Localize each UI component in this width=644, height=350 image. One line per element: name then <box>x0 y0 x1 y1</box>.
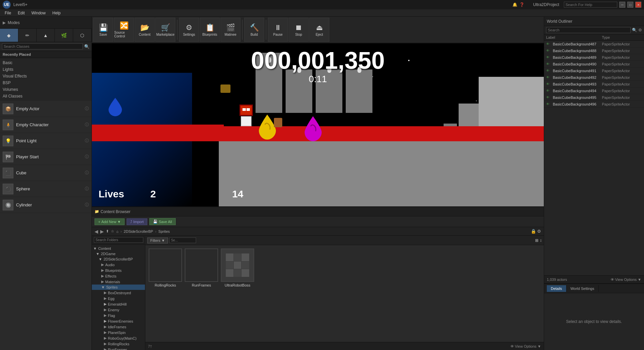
actor-cube[interactable]: ⬛ Cube ⓘ <box>0 165 92 181</box>
category-visual-effects[interactable]: Visual Effects <box>3 73 89 79</box>
folder-rollingrocks[interactable]: ▶RollingRocks <box>92 341 145 347</box>
folder-audio[interactable]: ▶Audio <box>92 262 145 268</box>
folder-search-input[interactable] <box>94 237 143 243</box>
filters-button[interactable]: Filters ▼ <box>147 237 168 243</box>
search-classes-input[interactable] <box>2 43 83 49</box>
actor-player-start[interactable]: 🏁 Player Start ⓘ <box>0 149 92 165</box>
actor-sphere[interactable]: ⚫ Sphere ⓘ <box>0 181 92 197</box>
item-type: PaperSpriteActor <box>602 96 642 100</box>
category-basic[interactable]: Basic <box>3 59 89 66</box>
eject-button[interactable]: ⏏ Eject <box>309 18 329 42</box>
outliner-item[interactable]: 👁 BasicCubeBackground496 PaperSpriteActo… <box>544 101 644 108</box>
menu-help[interactable]: Help <box>49 10 64 16</box>
mode-paint[interactable]: ✏ <box>18 29 37 42</box>
assets-search-input[interactable] <box>169 237 196 243</box>
actor-cylinder[interactable]: 🔘 Cylinder ⓘ <box>0 197 92 213</box>
source-control-button[interactable]: 🔀 Source Control <box>114 18 134 42</box>
world-settings-tab[interactable]: World Settings <box>567 285 599 292</box>
folder-effects[interactable]: ▶Effects <box>92 273 145 279</box>
folder-idleframes[interactable]: ▶IdleFrames <box>92 324 145 330</box>
breadcrumb-sprites[interactable]: Sprites <box>158 229 170 233</box>
folder-emeraldhill[interactable]: ▶EmeraldHill <box>92 301 145 307</box>
mode-geometry[interactable]: ⬡ <box>73 29 92 42</box>
folder-flag[interactable]: ▶Flag <box>92 313 145 318</box>
folder-flowerenemies[interactable]: ▶FlowerEnemies <box>92 318 145 324</box>
nav-back[interactable]: ◀ <box>95 229 98 234</box>
content-button[interactable]: 📂 Content <box>135 18 155 42</box>
viewport[interactable]: 000,001,350 0:11 <box>92 43 544 206</box>
menu-file[interactable]: File <box>1 10 14 16</box>
help-icon[interactable]: ❓ <box>519 2 524 7</box>
outliner-item[interactable]: 👁 BasicCubeBackground491 PaperSpriteActo… <box>544 67 644 74</box>
blueprints-button[interactable]: 📋 Blueprints <box>200 18 220 42</box>
outliner-item[interactable]: 👁 BasicCubeBackground489 PaperSpriteActo… <box>544 54 644 61</box>
mode-landscape[interactable]: ▲ <box>37 29 55 42</box>
category-bsp[interactable]: BSP <box>3 79 89 86</box>
assets-view-toggle[interactable]: ⊞ <box>535 238 538 243</box>
actor-point-light[interactable]: 💡 Point Light ⓘ <box>0 133 92 149</box>
marketplace-button[interactable]: 🛒 Marketplace <box>155 18 175 42</box>
folder-2dsidescrollerbp[interactable]: ▼2DSideScrollerBP <box>92 256 145 262</box>
mode-place[interactable]: ◆ <box>0 29 18 42</box>
outliner-item[interactable]: 👁 BasicCubeBackground487 PaperSpriteActo… <box>544 41 644 47</box>
notify-icon[interactable]: 🔔 <box>512 2 517 7</box>
settings-button[interactable]: ⚙ Settings <box>179 18 199 42</box>
outliner-search-input[interactable] <box>546 27 631 33</box>
folder-boxdestroyed[interactable]: ▶BoxDestroyed <box>92 290 145 296</box>
folder-runframes[interactable]: ▶RunFrames <box>92 347 145 350</box>
folder-sprites[interactable]: ▼Sprites <box>92 285 145 290</box>
save-all-button[interactable]: 💾 Save All <box>149 218 176 225</box>
view-options-button[interactable]: 👁 View Options ▼ <box>510 344 541 348</box>
category-all-classes[interactable]: All Classes <box>3 93 89 100</box>
matinee-button[interactable]: 🎬 Matinee <box>220 18 240 42</box>
asset-ultrarobotboss[interactable]: UltraRobotBoss <box>221 248 254 287</box>
ground-gray <box>219 141 544 206</box>
folder-enemy[interactable]: ▶Enemy <box>92 307 145 313</box>
outliner-settings-icon[interactable]: ⚙ <box>638 28 642 32</box>
nav-up[interactable]: ⬆ <box>106 229 109 233</box>
breadcrumb-2dsidescrollerbp[interactable]: 2DSideScrollerBP <box>124 229 153 233</box>
build-button[interactable]: 🔨 Build <box>244 18 264 42</box>
settings-small-icon[interactable]: ⚙ <box>537 229 541 234</box>
asset-rollingrocks[interactable]: RollingRocks <box>149 248 182 287</box>
teardrop-pink <box>304 116 322 141</box>
asset-runframes[interactable]: RunFrames <box>185 248 218 287</box>
assets-sort[interactable]: ↕ <box>540 238 542 243</box>
menu-edit[interactable]: Edit <box>14 10 28 16</box>
actor-icon: ⬛ <box>3 168 13 178</box>
outliner-item[interactable]: 👁 BasicCubeBackground490 PaperSpriteActo… <box>544 61 644 67</box>
folder-planetspin[interactable]: ▶PlanetSpin <box>92 330 145 335</box>
actor-empty-actor[interactable]: 📦 Empty Actor ⓘ <box>0 101 92 117</box>
outliner-item[interactable]: 👁 BasicCubeBackground495 PaperSpriteActo… <box>544 94 644 101</box>
help-search[interactable] <box>564 2 617 8</box>
folder-blueprints[interactable]: ▶Blueprints <box>92 268 145 273</box>
mode-foliage[interactable]: 🌿 <box>55 29 73 42</box>
pause-button[interactable]: ⏸ Pause <box>268 18 288 42</box>
outliner-item[interactable]: 👁 BasicCubeBackground488 PaperSpriteActo… <box>544 47 644 54</box>
folder-content[interactable]: ▼Content <box>92 246 145 251</box>
save-button[interactable]: 💾 Save <box>93 18 113 42</box>
lock-icon[interactable]: 🔒 <box>531 229 536 234</box>
category-lights[interactable]: Lights <box>3 66 89 73</box>
nav-home[interactable]: ⌂ <box>116 229 119 233</box>
stop-button[interactable]: ⏹ Stop <box>289 18 309 42</box>
actor-empty-character[interactable]: 🧍 Empty Character ⓘ <box>0 117 92 133</box>
import-button[interactable]: ⤴ Import <box>127 218 147 225</box>
folder-roboguy[interactable]: ▶RoboGuy(MainC) <box>92 335 145 341</box>
details-tab[interactable]: Details <box>547 285 567 292</box>
outliner-item[interactable]: 👁 BasicCubeBackground493 PaperSpriteActo… <box>544 81 644 88</box>
outliner-item[interactable]: 👁 BasicCubeBackground492 PaperSpriteActo… <box>544 74 644 81</box>
nav-bookmark[interactable]: ☆ <box>111 229 114 233</box>
nav-forward[interactable]: ▶ <box>100 229 104 234</box>
add-new-button[interactable]: + Add New ▼ <box>95 218 125 225</box>
outliner-item[interactable]: 👁 BasicCubeBackground494 PaperSpriteActo… <box>544 88 644 94</box>
folder-2dgame[interactable]: ▼2DGame <box>92 251 145 256</box>
folder-egg[interactable]: ▶Egg <box>92 296 145 301</box>
folder-materials[interactable]: ▶Materials <box>92 279 145 285</box>
menu-window[interactable]: Window <box>28 10 49 16</box>
close-btn[interactable]: ✕ <box>635 2 641 8</box>
maximize-btn[interactable]: □ <box>627 2 633 8</box>
view-options-btn[interactable]: 👁 View Options ▼ <box>611 278 642 282</box>
minimize-btn[interactable]: ─ <box>619 2 625 8</box>
category-volumes[interactable]: Volumes <box>3 86 89 93</box>
